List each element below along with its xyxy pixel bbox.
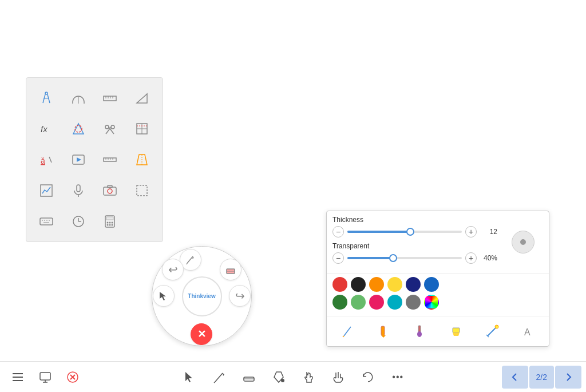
color-blue[interactable] — [424, 277, 439, 292]
svg-point-54 — [109, 222, 111, 224]
scissors-tool[interactable] — [96, 114, 124, 143]
color-row-2 — [332, 295, 543, 310]
more-btn[interactable]: ••• — [383, 366, 412, 389]
thickness-fill — [347, 231, 410, 233]
pen-tool-btn[interactable] — [205, 366, 233, 389]
color-black[interactable] — [351, 277, 366, 292]
select-rect-tool[interactable] — [128, 176, 156, 205]
eraser-tool-btn[interactable] — [235, 366, 263, 389]
thickness-label: Thickness — [332, 216, 497, 224]
color-spectrum[interactable] — [424, 295, 439, 310]
transparent-control: − + 40% — [332, 252, 497, 264]
preview-dot — [520, 239, 526, 245]
color-yellow[interactable] — [387, 277, 402, 292]
spotlight-tool[interactable] — [128, 145, 156, 174]
radial-eraser[interactable] — [220, 259, 241, 280]
color-pink[interactable] — [369, 295, 384, 310]
svg-point-56 — [107, 224, 109, 226]
thickness-control: − + 12 — [332, 226, 497, 237]
props-top-section: Thickness − + 12 Transparent − — [327, 211, 549, 273]
menu-btn[interactable] — [5, 366, 31, 389]
page-indicator: 2/2 — [529, 366, 554, 389]
color-row-1 — [332, 277, 543, 292]
thickness-plus[interactable]: + — [465, 226, 477, 237]
svg-line-66 — [343, 336, 344, 337]
hand-point-btn[interactable] — [294, 366, 323, 389]
video-play-tool[interactable] — [64, 145, 93, 174]
transparent-track[interactable] — [347, 257, 462, 259]
svg-rect-40 — [108, 185, 112, 188]
close-btn[interactable] — [60, 366, 86, 389]
next-page-btn[interactable] — [555, 366, 581, 389]
svg-marker-68 — [381, 335, 386, 338]
svg-marker-86 — [185, 372, 192, 382]
svg-point-55 — [112, 222, 113, 224]
svg-point-92 — [281, 379, 284, 382]
compass-tool[interactable] — [32, 84, 61, 112]
ruler-right-tool[interactable] — [128, 84, 156, 112]
svg-line-87 — [215, 373, 223, 382]
color-orange[interactable] — [369, 277, 384, 292]
prev-page-btn[interactable] — [502, 366, 528, 389]
bottom-bar: ••• 2/2 — [0, 361, 586, 392]
radial-cursor[interactable] — [153, 285, 175, 307]
camera-tool[interactable] — [96, 176, 124, 205]
radial-undo[interactable]: ↩ — [162, 259, 184, 280]
calculator-tool[interactable] — [96, 207, 124, 236]
thin-pen-btn[interactable] — [329, 319, 365, 344]
measure-tool[interactable] — [96, 145, 124, 174]
hand-pan-btn[interactable] — [324, 366, 353, 389]
screen-btn[interactable] — [32, 366, 58, 389]
svg-text:ă: ă — [41, 156, 45, 165]
svg-rect-7 — [104, 96, 116, 101]
brush-btn[interactable] — [402, 319, 438, 344]
transparent-minus[interactable]: − — [332, 252, 344, 264]
clock-tool[interactable] — [64, 207, 93, 236]
thickness-track[interactable] — [347, 231, 462, 233]
keyboard-tool[interactable] — [32, 207, 61, 236]
color-cyan[interactable] — [387, 295, 402, 310]
thickness-minus[interactable]: − — [332, 226, 344, 237]
properties-panel: Thickness − + 12 Transparent − — [326, 211, 549, 347]
svg-rect-80 — [40, 373, 50, 380]
pen-tools-row: A — [327, 316, 549, 346]
text-edit-tool[interactable]: ă — [32, 145, 61, 174]
color-navy[interactable] — [406, 277, 421, 292]
svg-point-53 — [107, 222, 109, 224]
formula-tool[interactable]: fx — [32, 114, 61, 143]
microphone-tool[interactable] — [64, 176, 93, 205]
shapes-tool[interactable] — [64, 114, 93, 143]
color-light-green[interactable] — [351, 295, 366, 310]
bottom-right-nav: 2/2 — [497, 366, 586, 389]
transparent-plus[interactable]: + — [465, 252, 477, 264]
protractor-tool[interactable] — [64, 84, 93, 112]
sliders-section: Thickness − + 12 Transparent − — [332, 216, 503, 268]
text-tool-btn[interactable]: A — [510, 319, 547, 344]
radial-close[interactable]: ✕ — [191, 323, 212, 345]
fill-tool-btn[interactable] — [264, 366, 293, 389]
magic-pen-btn[interactable] — [474, 319, 510, 344]
svg-point-39 — [108, 189, 112, 193]
tool-panel: fx ă — [26, 77, 163, 242]
svg-rect-35 — [41, 185, 52, 196]
transparent-thumb — [389, 254, 397, 262]
svg-line-25 — [49, 157, 52, 163]
svg-marker-12 — [137, 94, 147, 103]
color-gray[interactable] — [406, 295, 421, 310]
grid-tool[interactable] — [128, 114, 156, 143]
graph-tool[interactable] — [32, 176, 61, 205]
svg-rect-67 — [381, 326, 385, 335]
radial-center-logo[interactable]: Thinkview — [182, 276, 222, 316]
radial-redo[interactable]: ↪ — [229, 285, 251, 307]
svg-rect-42 — [40, 218, 53, 225]
highlighter-btn[interactable] — [438, 319, 474, 344]
svg-rect-71 — [453, 328, 460, 332]
svg-point-0 — [45, 92, 47, 94]
undo-btn[interactable] — [354, 366, 382, 389]
color-red[interactable] — [332, 277, 347, 292]
color-dark-green[interactable] — [332, 295, 347, 310]
cursor-tool-btn[interactable] — [175, 366, 204, 389]
ruler-left-tool[interactable] — [96, 84, 124, 112]
marker-btn[interactable] — [365, 319, 401, 344]
svg-line-89 — [214, 382, 215, 383]
